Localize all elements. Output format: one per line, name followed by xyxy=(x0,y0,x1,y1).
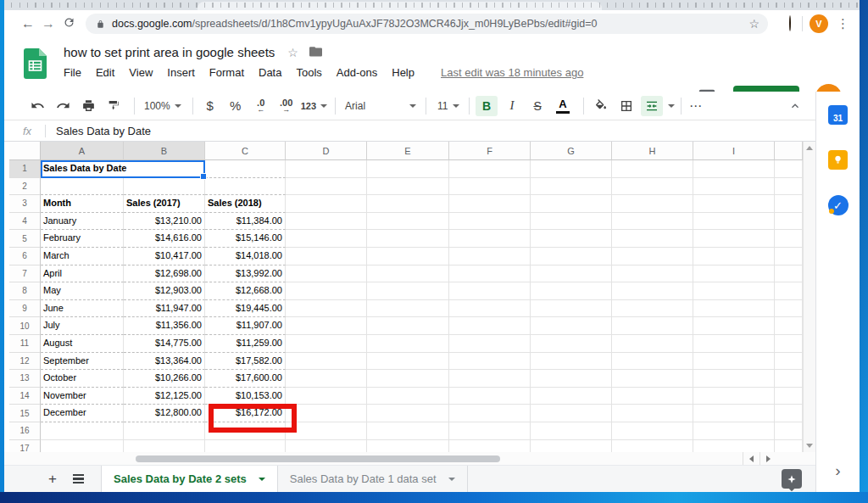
cell-D10[interactable] xyxy=(286,317,367,335)
cell-I2[interactable] xyxy=(693,178,775,196)
cell-C10[interactable]: $11,907.00 xyxy=(205,317,286,335)
cell-J12[interactable] xyxy=(775,353,803,371)
cell-E8[interactable] xyxy=(367,282,449,300)
cell-D12[interactable] xyxy=(286,353,367,371)
cell-J14[interactable] xyxy=(775,388,803,405)
cell-G6[interactable] xyxy=(531,248,612,265)
cell-D1[interactable] xyxy=(286,160,367,178)
last-edit-link[interactable]: Last edit was 18 minutes ago xyxy=(441,66,583,79)
cell-E5[interactable] xyxy=(367,230,449,248)
cell-A8[interactable]: May xyxy=(41,282,124,300)
all-sheets-menu-icon[interactable] xyxy=(65,466,91,492)
cell-J6[interactable] xyxy=(775,248,803,265)
cell-H10[interactable] xyxy=(612,317,693,335)
menu-edit[interactable]: Edit xyxy=(96,66,114,79)
cell-H2[interactable] xyxy=(612,178,693,196)
cell-B13[interactable]: $10,266.00 xyxy=(124,370,205,388)
cell-B6[interactable]: $10,417.00 xyxy=(124,248,205,265)
paint-format-icon[interactable] xyxy=(103,96,125,116)
bold-button[interactable]: B xyxy=(476,96,498,116)
cell-E6[interactable] xyxy=(367,248,449,265)
cell-E1[interactable] xyxy=(367,160,449,178)
row-header-12[interactable]: 12 xyxy=(9,353,41,371)
menu-help[interactable]: Help xyxy=(392,66,415,79)
cell-C13[interactable]: $17,600.00 xyxy=(205,370,286,388)
cell-G5[interactable] xyxy=(531,230,612,248)
cell-I4[interactable] xyxy=(693,213,775,231)
row-header-2[interactable]: 2 xyxy=(9,178,41,196)
column-header-A[interactable]: A xyxy=(41,142,124,160)
cell-E13[interactable] xyxy=(367,370,449,388)
cell-G9[interactable] xyxy=(531,300,612,318)
cell-J9[interactable] xyxy=(775,300,803,318)
cell-B9[interactable]: $11,947.00 xyxy=(124,300,205,318)
row-header-10[interactable]: 10 xyxy=(9,317,41,335)
cell-D9[interactable] xyxy=(286,300,367,318)
cell-G16[interactable] xyxy=(531,422,612,440)
cell-A17[interactable] xyxy=(41,440,124,453)
cell-C15[interactable]: $16,172.00 xyxy=(205,405,286,422)
cell-A16[interactable] xyxy=(41,422,124,440)
horizontal-scrollbar[interactable] xyxy=(4,452,815,465)
cell-F8[interactable] xyxy=(449,282,531,300)
cell-G10[interactable] xyxy=(531,317,612,335)
row-header-1[interactable]: 1 xyxy=(9,160,41,178)
cell-J8[interactable] xyxy=(775,282,803,300)
cell-H8[interactable] xyxy=(612,282,693,300)
row-header-9[interactable]: 9 xyxy=(9,300,41,318)
cell-C12[interactable]: $17,582.00 xyxy=(205,353,286,371)
row-header-17[interactable]: 17 xyxy=(9,440,41,453)
cell-J10[interactable] xyxy=(775,317,803,335)
explore-button[interactable] xyxy=(782,469,802,489)
row-header-4[interactable]: 4 xyxy=(9,213,41,231)
cell-A11[interactable]: August xyxy=(41,335,124,353)
cell-A7[interactable]: April xyxy=(41,265,124,283)
text-color-button[interactable]: A xyxy=(556,98,570,114)
cell-C17[interactable] xyxy=(205,440,286,453)
reload-icon[interactable] xyxy=(58,16,79,32)
more-toolbar-button[interactable]: ⋯ xyxy=(689,98,703,114)
row-header-3[interactable]: 3 xyxy=(9,195,41,213)
cell-C14[interactable]: $10,153.00 xyxy=(205,388,286,405)
cell-A3[interactable]: Month xyxy=(41,195,124,213)
cell-A10[interactable]: July xyxy=(41,317,124,335)
sheet-tab-chevron-icon[interactable] xyxy=(448,478,455,481)
cell-J13[interactable] xyxy=(775,370,803,388)
cell-H9[interactable] xyxy=(612,300,693,318)
cell-D11[interactable] xyxy=(286,335,367,353)
cell-B11[interactable]: $14,775.00 xyxy=(124,335,205,353)
menu-view[interactable]: View xyxy=(129,66,153,79)
format-percent-icon[interactable]: % xyxy=(225,96,247,116)
borders-icon[interactable] xyxy=(615,96,637,116)
menu-tools[interactable]: Tools xyxy=(296,66,321,79)
cell-I14[interactable] xyxy=(693,388,775,405)
cell-E16[interactable] xyxy=(367,422,449,440)
scroll-left-icon[interactable] xyxy=(743,452,760,465)
cell-C8[interactable]: $12,668.00 xyxy=(205,282,286,300)
cell-F10[interactable] xyxy=(449,317,531,335)
cell-C9[interactable]: $19,445.00 xyxy=(205,300,286,318)
font-family-select[interactable]: Arial xyxy=(342,100,420,112)
cell-E11[interactable] xyxy=(367,335,449,353)
cell-D8[interactable] xyxy=(286,282,367,300)
merge-cells-icon[interactable] xyxy=(641,96,663,116)
menu-format[interactable]: Format xyxy=(209,66,244,79)
cell-H16[interactable] xyxy=(612,422,693,440)
cell-F15[interactable] xyxy=(449,405,531,422)
fill-color-icon[interactable] xyxy=(590,96,612,116)
cell-H1[interactable] xyxy=(612,160,693,178)
cell-H11[interactable] xyxy=(612,335,693,353)
cell-F7[interactable] xyxy=(449,265,531,283)
row-header-13[interactable]: 13 xyxy=(9,370,41,388)
browser-tabstrip[interactable] xyxy=(4,0,860,10)
cell-F5[interactable] xyxy=(449,230,531,248)
cell-F6[interactable] xyxy=(449,248,531,265)
cell-E10[interactable] xyxy=(367,317,449,335)
cell-C16[interactable] xyxy=(205,422,286,440)
omnibox[interactable]: docs.google.com/spreadsheets/d/1h8Cmv1yp… xyxy=(86,14,768,34)
cell-D16[interactable] xyxy=(286,422,367,440)
cell-A12[interactable]: September xyxy=(41,353,124,371)
merge-options-chevron-icon[interactable] xyxy=(668,104,675,108)
row-header-7[interactable]: 7 xyxy=(9,265,41,283)
cell-A6[interactable]: March xyxy=(41,248,124,265)
